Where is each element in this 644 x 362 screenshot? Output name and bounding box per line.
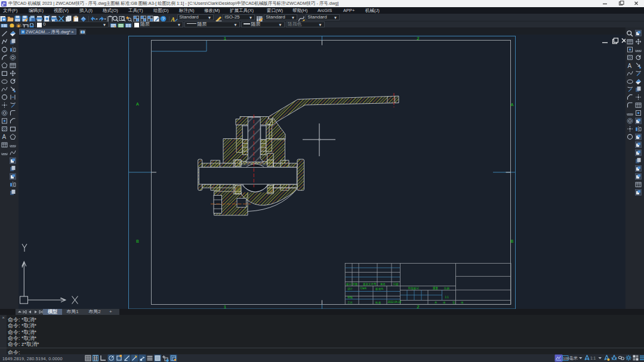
svg-text:?: ?: [162, 16, 165, 21]
svg-text:2: 2: [417, 36, 420, 41]
svg-text:重量: 重量: [433, 286, 439, 289]
svg-text:比例: 比例: [444, 286, 450, 290]
svg-text:B: B: [136, 239, 139, 244]
svg-text:张: 张: [461, 301, 464, 304]
svg-text:处数: 处数: [353, 281, 359, 285]
svg-text:2: 2: [417, 304, 420, 309]
svg-text:标准化: 标准化: [375, 286, 384, 290]
svg-text:设计: 设计: [347, 286, 353, 290]
svg-text:A: A: [136, 101, 139, 107]
svg-text:标记: 标记: [346, 281, 352, 286]
svg-text:第: 第: [452, 301, 455, 304]
svg-text:阶段标记: 阶段标记: [408, 286, 420, 290]
svg-text:日期: 日期: [393, 282, 399, 285]
svg-text:100: 100: [563, 357, 569, 360]
svg-text:签名: 签名: [380, 282, 386, 285]
svg-text:毫米: 毫米: [569, 355, 578, 361]
svg-text:B: B: [511, 239, 514, 244]
svg-text:张: 张: [443, 301, 446, 304]
svg-text:Clark: Clark: [360, 287, 367, 290]
svg-text:共: 共: [435, 301, 437, 304]
svg-text:1:1: 1:1: [590, 356, 596, 360]
svg-text:工艺: 工艺: [347, 300, 353, 304]
svg-text:2022.04.18: 2022.04.18: [388, 301, 402, 304]
svg-text:批准: 批准: [375, 301, 381, 304]
svg-text:1: 1: [224, 304, 227, 309]
svg-text:审核: 审核: [347, 296, 353, 299]
svg-text:A: A: [511, 102, 514, 107]
svg-text:1: 1: [224, 36, 227, 41]
svg-text:更改文件号: 更改文件号: [363, 281, 377, 285]
svg-text:1:1: 1:1: [445, 295, 449, 298]
